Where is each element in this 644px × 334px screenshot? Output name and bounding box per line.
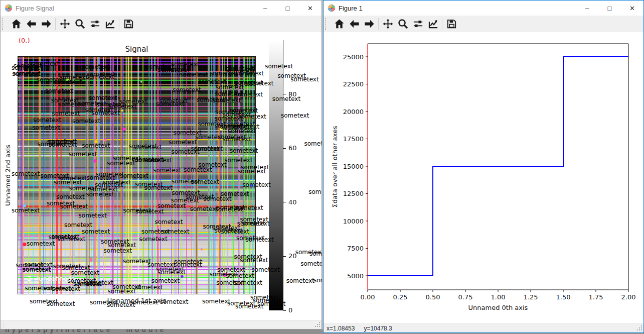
configure-subplots-button[interactable] bbox=[87, 17, 102, 31]
scatter-text-label: sometext bbox=[212, 225, 241, 232]
save-button[interactable] bbox=[444, 17, 459, 31]
back-button[interactable] bbox=[347, 17, 362, 31]
zoom-icon bbox=[74, 18, 86, 30]
scatter-text-label: sometext bbox=[313, 277, 322, 284]
minimize-button[interactable]: – bbox=[254, 1, 276, 16]
scatter-text-label: sometext bbox=[53, 263, 82, 270]
close-button[interactable]: ✕ bbox=[299, 1, 321, 16]
toolbar-grip[interactable] bbox=[2, 18, 5, 30]
y-tick-label: 5000 bbox=[347, 272, 364, 280]
scatter-text-label: sometext bbox=[236, 235, 265, 242]
toolbar-grip[interactable] bbox=[325, 18, 328, 30]
scatter-text-label: sometext bbox=[23, 266, 51, 273]
scatter-text-label: sometext bbox=[190, 205, 219, 212]
scatter-text-label: sometext bbox=[120, 172, 149, 179]
signal-plot-area[interactable]: sometextsometextsometextsometextsometext… bbox=[18, 57, 255, 294]
cursor-y-readout: y=10478.3 bbox=[364, 325, 392, 332]
maximize-button[interactable]: □ bbox=[598, 1, 621, 16]
scatter-text-label: sometext bbox=[31, 60, 60, 67]
colorbar-tick-label: 60 bbox=[288, 144, 297, 152]
titlebar[interactable]: Figure Signal – □ ✕ bbox=[1, 1, 321, 16]
scatter-text-label: sometext bbox=[45, 87, 74, 94]
x-tick-label: 0.25 bbox=[393, 293, 408, 301]
titlebar[interactable]: Figure 1 – □ ✕ bbox=[324, 1, 643, 16]
home-button[interactable] bbox=[332, 17, 347, 31]
resize-grip[interactable] bbox=[636, 325, 642, 331]
scatter-text-label: sometext bbox=[146, 63, 175, 70]
scatter-text-label: sometext bbox=[154, 218, 183, 226]
pan-button[interactable] bbox=[57, 17, 72, 31]
figure-canvas[interactable]: (0,) Signal Unnamed 2nd axis sometextsom… bbox=[1, 32, 321, 320]
scatter-text-label: sometext bbox=[108, 288, 136, 295]
back-icon bbox=[349, 18, 360, 30]
scatter-text-label: sometext bbox=[286, 277, 315, 284]
scatter-text-label: sometext bbox=[147, 261, 176, 268]
y-tick-label: 7500 bbox=[347, 245, 364, 252]
configure-subplots-button[interactable] bbox=[410, 17, 425, 31]
matplotlib-app-icon bbox=[328, 4, 336, 12]
y-axis-label: Σdata over all other axes bbox=[331, 126, 339, 208]
colorbar-tick-label: 0 bbox=[288, 306, 292, 314]
y-tick-label: 20000 bbox=[343, 108, 364, 116]
scatter-text-label: sometext bbox=[265, 63, 293, 70]
statusbar bbox=[1, 320, 321, 329]
window-figure-signal: Figure Signal – □ ✕ (0,) Signal Unnamed … bbox=[0, 0, 322, 329]
scatter-text-label: sometext bbox=[69, 151, 97, 158]
scatter-text-label: sometext bbox=[96, 101, 125, 108]
scatter-text-label: sometext bbox=[160, 298, 188, 305]
edit-axes-button[interactable] bbox=[425, 17, 440, 31]
scatter-text-label: sometext bbox=[102, 179, 131, 186]
forward-button[interactable] bbox=[39, 17, 54, 31]
scatter-text-label: sometext bbox=[174, 261, 202, 268]
configure-subplots-icon bbox=[89, 18, 101, 30]
scatter-text-label: sometext bbox=[252, 266, 280, 273]
window-title: Figure 1 bbox=[339, 5, 363, 12]
minimize-button[interactable]: – bbox=[576, 1, 598, 16]
forward-button[interactable] bbox=[362, 17, 377, 31]
back-button[interactable] bbox=[24, 17, 39, 31]
close-button[interactable]: ✕ bbox=[621, 1, 643, 16]
matplotlib-toolbar bbox=[324, 16, 643, 32]
scatter-text-label: sometext bbox=[197, 96, 225, 103]
x-axis-label: Unnamed 0th axis bbox=[368, 304, 628, 311]
cursor-x-readout: x=1.08453 bbox=[327, 325, 355, 332]
x-tick-label: 1.25 bbox=[524, 293, 538, 301]
zoom-button[interactable] bbox=[72, 17, 87, 31]
scatter-text-label: sometext bbox=[281, 112, 309, 119]
y-tick-label: 10000 bbox=[343, 217, 364, 225]
scatter-text-label: sometext bbox=[186, 193, 214, 200]
edit-axes-button[interactable] bbox=[102, 17, 117, 31]
navigation-index-label: (0,) bbox=[19, 37, 30, 44]
colorbar-tick-mark bbox=[283, 202, 286, 202]
toolbar-separator bbox=[119, 18, 119, 30]
toolbar-separator bbox=[55, 18, 56, 30]
scatter-text-label: sometext bbox=[87, 71, 115, 78]
pan-icon bbox=[59, 18, 71, 30]
y-tick-label: 22500 bbox=[343, 80, 364, 88]
x-tick-label: 0.00 bbox=[361, 293, 375, 301]
step-chart: 0.000.250.500.751.001.251.501.752.005000… bbox=[324, 32, 643, 324]
maximize-button[interactable]: □ bbox=[276, 1, 299, 16]
scatter-text-label: sometext bbox=[89, 94, 117, 101]
pan-button[interactable] bbox=[380, 17, 395, 31]
forward-icon bbox=[41, 18, 52, 30]
scatter-text-label: sometext bbox=[33, 117, 62, 124]
forward-icon bbox=[364, 18, 375, 30]
figure-canvas[interactable]: 0.000.250.500.751.001.251.501.752.005000… bbox=[324, 32, 643, 324]
save-button[interactable] bbox=[121, 17, 136, 31]
scatter-text-label: sometext bbox=[308, 188, 322, 195]
scatter-text-label: sometext bbox=[240, 257, 268, 264]
scatter-text-label: sometext bbox=[198, 121, 226, 128]
scatter-text-label: sometext bbox=[151, 277, 180, 284]
plot-title: Signal bbox=[18, 45, 255, 54]
scatter-text-label: sometext bbox=[51, 233, 80, 240]
toolbar-separator bbox=[378, 18, 379, 30]
scatter-text-label: sometext bbox=[172, 178, 200, 185]
zoom-button[interactable] bbox=[395, 17, 410, 31]
scatter-text-label: sometext bbox=[257, 300, 285, 307]
back-icon bbox=[26, 18, 37, 30]
resize-grip[interactable] bbox=[314, 322, 320, 327]
colorbar-tick-mark bbox=[283, 94, 286, 94]
scatter-text-label: sometext bbox=[86, 191, 114, 198]
home-button[interactable] bbox=[9, 17, 24, 31]
